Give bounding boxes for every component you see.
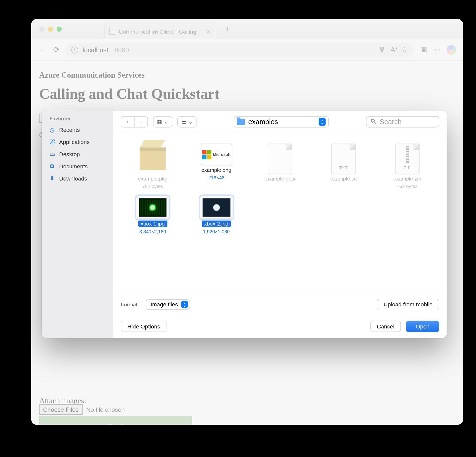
sidebar-item-label: Recents [59, 126, 80, 133]
folder-icon [237, 119, 245, 125]
zoom-window-button[interactable] [57, 26, 62, 32]
search-icon: 🔍︎ [370, 118, 377, 126]
upload-from-mobile-button[interactable]: Upload from mobile [377, 299, 439, 310]
page-subtitle: Azure Communication Services [39, 71, 455, 80]
file-name: xbox-1.jpg [138, 220, 167, 227]
cancel-button[interactable]: Cancel [370, 321, 401, 332]
file-name: example.pkg [138, 176, 167, 182]
titlebar: Communication Client - Calling × + [31, 19, 463, 39]
popup-arrows-icon [181, 301, 188, 308]
address-host: localhost [83, 46, 109, 54]
image-thumb [201, 197, 232, 219]
sidebar-item-label: Applications [59, 138, 90, 145]
downloads-icon: ⬇︎ [49, 175, 56, 182]
collections-icon[interactable]: ▣ [420, 45, 427, 54]
dialog-action-row: Hide Options Cancel Open [113, 315, 447, 338]
image-thumb [137, 197, 168, 219]
sidebar-item-documents[interactable]: 🗎 Documents [47, 160, 113, 172]
format-label: Format: [121, 301, 139, 308]
dialog-sidebar: Favorites ◷ Recents Ⓐ Applications ▭ Des… [42, 111, 113, 338]
page-icon [109, 28, 115, 35]
file-item[interactable]: Microsoft example.png 216×46 [186, 144, 246, 189]
desktop-icon: ▭ [49, 151, 56, 158]
documents-icon: 🗎 [49, 163, 56, 170]
file-name: example.zip [393, 176, 421, 182]
file-item[interactable]: xbox-2.jpg 1,920×1,080 [186, 197, 246, 234]
file-name: example.txt [330, 176, 357, 182]
browser-tab[interactable]: Communication Client - Calling × [104, 23, 215, 39]
zip-icon: ZIP [395, 144, 419, 174]
nav-back-button[interactable]: ‹ [121, 116, 134, 127]
file-name: example.png [201, 167, 231, 173]
dialog-search[interactable]: 🔍︎ Search [366, 116, 439, 127]
file-meta: 752 bytes [142, 184, 163, 189]
sidebar-item-recents[interactable]: ◷ Recents [47, 124, 113, 136]
read-aloud-icon[interactable]: A⁾ [390, 45, 397, 54]
dialog-toolbar: ‹ › ▦⌄ ☰⌄ examples 🔍︎ Search [113, 111, 447, 133]
group-mode[interactable]: ☰⌄ [177, 116, 197, 127]
attach-label: Attach images: [39, 396, 455, 406]
browser-toolbar: ← ⟳ i localhost:8080 🎙︎ A⁾ ☆ ▣ ⋯ [31, 39, 463, 61]
chevron-down-icon: ⌄ [164, 119, 168, 125]
view-mode-icons[interactable]: ▦⌄ [153, 116, 172, 127]
site-info-icon[interactable]: i [71, 46, 78, 53]
apps-icon: Ⓐ [49, 138, 56, 145]
file-meta: 216×46 [208, 175, 224, 180]
file-item[interactable]: xbox-1.jpg 3,840×2,160 [123, 197, 183, 234]
popup-arrows-icon [319, 118, 326, 126]
file-item[interactable]: example.pkg 752 bytes [123, 144, 183, 189]
sidebar-item-downloads[interactable]: ⬇︎ Downloads [47, 172, 113, 184]
new-tab-button[interactable]: + [225, 24, 230, 34]
pkg-icon [135, 144, 170, 174]
tab-title: Communication Client - Calling [119, 28, 196, 35]
list-icon: ☰ [181, 119, 186, 125]
favorite-icon[interactable]: ☆ [401, 45, 408, 54]
sidebar-item-label: Documents [59, 163, 88, 169]
copilot-icon[interactable] [446, 45, 456, 55]
page-title: Calling and Chat Quickstart [39, 86, 455, 102]
txt-icon: TXT [331, 144, 356, 174]
close-tab-icon[interactable]: × [207, 28, 210, 35]
choose-files-button[interactable]: Choose Files [39, 404, 82, 415]
file-name: xbox-2.jpg [202, 220, 231, 227]
more-icon[interactable]: ⋯ [433, 45, 440, 54]
sidebar-item-desktop[interactable]: ▭ Desktop [47, 148, 113, 160]
image-thumb: Microsoft [201, 144, 232, 166]
grid-icon: ▦ [157, 119, 162, 125]
attach-section: Attach images: Choose Files No file chos… [39, 396, 455, 425]
sidebar-group-label: Favorites [47, 116, 113, 124]
pptx-icon [268, 144, 292, 174]
nav-forward-button[interactable]: › [134, 116, 148, 127]
sidebar-item-label: Downloads [59, 175, 87, 182]
nav-segment: ‹ › [121, 116, 148, 127]
window-controls [39, 26, 62, 32]
sidebar-item-applications[interactable]: Ⓐ Applications [47, 136, 113, 148]
file-open-dialog: Favorites ◷ Recents Ⓐ Applications ▭ Des… [42, 111, 447, 338]
sidebar-item-label: Desktop [59, 151, 80, 157]
hide-options-button[interactable]: Hide Options [121, 321, 167, 332]
minimize-window-button[interactable] [48, 26, 53, 32]
format-popup[interactable]: Image files [146, 299, 190, 310]
address-bar[interactable]: i localhost:8080 🎙︎ A⁾ ☆ [65, 43, 414, 57]
format-value: Image files [151, 301, 178, 308]
file-name: example.pptx [265, 176, 296, 182]
file-item[interactable]: ZIP example.zip 752 bytes [377, 144, 437, 189]
file-meta: 1,920×1,080 [203, 229, 230, 234]
open-button[interactable]: Open [406, 321, 439, 332]
mic-icon[interactable]: 🎙︎ [379, 46, 386, 54]
reload-button[interactable]: ⟳ [53, 45, 59, 54]
back-button[interactable]: ← [38, 45, 47, 55]
file-meta: 752 bytes [397, 184, 418, 189]
no-file-text: No file chosen [86, 406, 125, 413]
dialog-options-row: Format: Image files Upload from mobile [113, 294, 447, 315]
file-grid: example.pkg 752 bytes Microsoft example.… [113, 133, 447, 294]
file-item[interactable]: TXT example.txt [314, 144, 374, 189]
send-button[interactable]: Send [39, 416, 192, 425]
clock-icon: ◷ [49, 126, 56, 133]
folder-name: examples [248, 118, 278, 126]
folder-path-popup[interactable]: examples [234, 116, 329, 127]
search-placeholder: Search [380, 118, 402, 126]
address-port: :8080 [113, 46, 129, 54]
close-window-button[interactable] [39, 26, 44, 32]
file-item[interactable]: example.pptx [250, 144, 310, 189]
